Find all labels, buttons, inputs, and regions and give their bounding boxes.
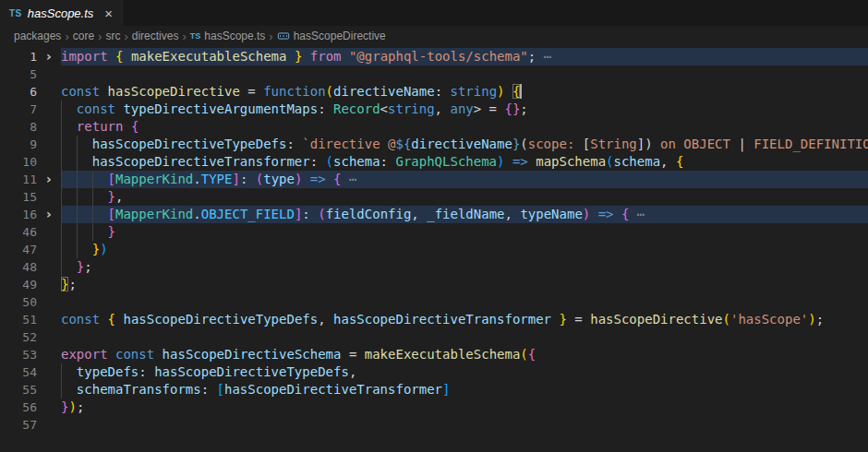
code-token: import <box>61 49 115 64</box>
code-token: } <box>108 224 115 239</box>
fold-gutter <box>37 276 61 293</box>
fold-gutter <box>37 381 61 398</box>
gutter: 15 <box>0 188 61 206</box>
code-text: export const hasScopeDirectiveSchema = m… <box>61 346 868 363</box>
code-line[interactable]: 48 }; <box>0 258 868 276</box>
line-number: 15 <box>0 188 37 206</box>
gutter: 53 <box>0 346 61 363</box>
line-number: 10 <box>0 153 37 171</box>
code-token <box>342 49 349 64</box>
breadcrumb-item-directives[interactable]: directives <box>132 30 179 42</box>
code-content: }, <box>61 188 868 206</box>
fold-gutter <box>37 83 61 101</box>
code-token: | <box>738 137 753 151</box>
code-token: schema <box>333 154 380 169</box>
code-line[interactable]: 6const hasScopeDirective = function(dire… <box>0 83 868 101</box>
breadcrumb-item-src[interactable]: src <box>105 30 120 42</box>
code-token: => <box>310 172 326 186</box>
code-line[interactable]: 56}); <box>0 398 868 416</box>
code-token: string <box>388 101 435 116</box>
code-editor[interactable]: 1›import { makeExecutableSchema } from "… <box>0 46 868 434</box>
breadcrumb-item-hasscopedirective[interactable]: hasScopeDirective <box>277 30 386 42</box>
code-token: : <box>240 172 256 186</box>
breadcrumb-item-packages[interactable]: packages <box>14 30 61 42</box>
line-number: 51 <box>0 311 37 328</box>
tab-hasscope-ts[interactable]: TS hasScope.ts × <box>0 0 123 26</box>
code-line[interactable]: 9 hasScopeDirectiveTypeDefs: `directive … <box>0 136 868 153</box>
code-content: typeDefs: hasScopeDirectiveTypeDefs, <box>61 363 868 381</box>
code-line[interactable]: 8 return { <box>0 118 868 136</box>
close-icon[interactable]: × <box>104 6 113 20</box>
code-line[interactable]: 16› [MapperKind.OBJECT_FIELD]: (fieldCon… <box>0 206 868 223</box>
code-content: const { hasScopeDirectiveTypeDefs, hasSc… <box>61 311 868 328</box>
code-token: : <box>318 101 333 116</box>
code-token <box>326 172 333 186</box>
code-token: [ <box>108 172 115 186</box>
code-line[interactable]: 57 <box>0 416 868 434</box>
code-token <box>61 382 77 397</box>
code-token: = <box>567 312 590 327</box>
code-line[interactable]: 53export const hasScopeDirectiveSchema =… <box>0 346 868 363</box>
fold-gutter <box>37 346 61 363</box>
typescript-file-icon: TS <box>9 8 22 18</box>
vscode-window: TS hasScope.ts × packages›core›src›direc… <box>0 0 868 434</box>
code-line[interactable]: 52 <box>0 328 868 346</box>
code-line[interactable]: 46 } <box>0 223 868 241</box>
line-number: 9 <box>0 136 37 153</box>
code-text: schemaTransforms: [hasScopeDirectiveTran… <box>61 381 868 398</box>
breadcrumb-item-core[interactable]: core <box>73 30 94 42</box>
breadcrumb-item-hasscope-ts[interactable]: TShasScope.ts <box>190 30 266 42</box>
code-token: } <box>559 312 566 327</box>
code-token: ) <box>100 242 107 256</box>
code-token: fieldConfig <box>326 207 412 221</box>
code-text: const hasScopeDirective = function(direc… <box>61 83 868 101</box>
code-token: schemaTransforms <box>77 382 201 397</box>
code-token <box>61 259 77 274</box>
line-number: 53 <box>0 346 37 363</box>
code-line[interactable]: 49}; <box>0 276 868 293</box>
code-line[interactable]: 51const { hasScopeDirectiveTypeDefs, has… <box>0 311 868 328</box>
breadcrumb-label: directives <box>132 30 179 42</box>
code-token: hasScopeDirectiveTypeDefs <box>154 364 349 379</box>
fold-collapsed-icon[interactable]: › <box>37 206 61 223</box>
breadcrumb-label: core <box>73 30 94 42</box>
code-text: }; <box>61 276 868 293</box>
tab-title: hasScope.ts <box>28 6 94 20</box>
code-line[interactable]: 54 typeDefs: hasScopeDirectiveTypeDefs, <box>0 363 868 381</box>
code-line[interactable]: 10 hasScopeDirectiveTransformer: (schema… <box>0 153 868 171</box>
line-number: 1 <box>0 48 37 65</box>
code-line[interactable]: 7 const typeDirectiveArgumentMaps: Recor… <box>0 101 868 118</box>
code-line[interactable]: 5 <box>0 65 868 83</box>
code-token: GraphQLSchema <box>395 154 497 169</box>
gutter: 9 <box>0 136 61 153</box>
code-token: function <box>263 84 325 99</box>
code-token <box>61 189 108 204</box>
fold-collapsed-icon[interactable]: › <box>37 171 61 188</box>
code-token: { <box>108 312 115 327</box>
tab-bar: TS hasScope.ts × <box>0 0 868 26</box>
code-line[interactable]: 1›import { makeExecutableSchema } from "… <box>0 48 868 65</box>
code-token: ( <box>318 207 325 221</box>
code-line[interactable]: 47 }) <box>0 241 868 258</box>
fold-collapsed-icon[interactable]: › <box>37 48 61 65</box>
code-text: hasScopeDirectiveTypeDefs: `directive @$… <box>61 136 868 153</box>
line-number: 50 <box>0 293 37 311</box>
code-token: export <box>61 347 115 362</box>
code-token: { <box>528 347 536 362</box>
fold-gutter <box>37 398 61 416</box>
code-token: FIELD_DEFINITION` <box>753 137 868 151</box>
line-number: 46 <box>0 223 37 241</box>
symbol-variable-icon <box>277 30 290 42</box>
code-line[interactable]: 50 <box>0 293 868 311</box>
code-line[interactable]: 11› [MapperKind.TYPE]: (type) => { ⋯ <box>0 171 868 188</box>
code-token: , <box>115 189 123 204</box>
code-token: hasScopeDirectiveTransformer <box>333 312 551 327</box>
gutter: 5 <box>0 65 61 83</box>
fold-gutter <box>37 118 61 136</box>
gutter: 56 <box>0 398 61 416</box>
code-token <box>590 207 597 221</box>
code-token: `directive @ <box>302 137 395 151</box>
fold-gutter <box>37 101 61 118</box>
code-line[interactable]: 15 }, <box>0 188 868 206</box>
code-line[interactable]: 55 schemaTransforms: [hasScopeDirectiveT… <box>0 381 868 398</box>
